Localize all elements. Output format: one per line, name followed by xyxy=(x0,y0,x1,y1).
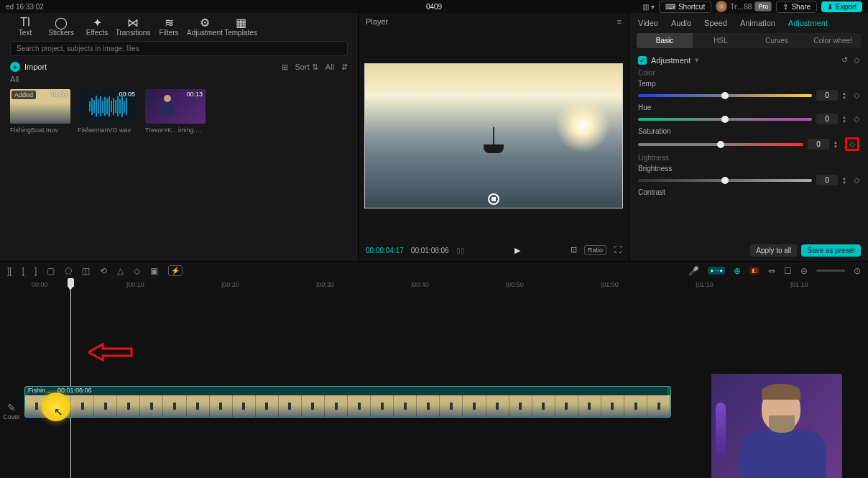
timeline-ruler[interactable]: 00:00 |00:10 |00:20 |00:30 |00:40 |00:50… xyxy=(24,280,868,293)
trim-right-icon[interactable]: ] xyxy=(34,266,37,276)
hue-keyframe-icon[interactable]: ◇ xyxy=(854,114,859,124)
current-timecode: 00:00:04:17 xyxy=(366,247,404,254)
subtab-curves[interactable]: Curves xyxy=(749,33,805,48)
adjustment-toggle[interactable]: ✓ xyxy=(638,56,647,65)
lightness-section-label: Lightness xyxy=(629,152,868,163)
clip-item[interactable]: Added 01:09 FishingBoat.mov xyxy=(10,89,70,134)
reset-all-icon[interactable]: ↺ xyxy=(841,55,848,65)
playhead[interactable] xyxy=(70,280,71,478)
subtab-hsl[interactable]: HSL xyxy=(693,33,749,48)
saturation-value[interactable]: 0 xyxy=(808,139,829,150)
zoom-slider[interactable] xyxy=(816,270,845,272)
pill-2[interactable]: ◧ xyxy=(749,267,760,275)
brightness-value[interactable]: 0 xyxy=(816,175,838,185)
tab-templates[interactable]: ▦Templates xyxy=(223,16,259,37)
tab-video[interactable]: Video xyxy=(638,19,658,27)
keyframe-all-icon[interactable]: ◇ xyxy=(854,55,859,65)
clip-item[interactable]: 00:05 FishermanVO.wav xyxy=(78,89,138,134)
filter-all-button[interactable]: All xyxy=(326,63,334,71)
mirror-icon[interactable]: △ xyxy=(117,266,124,276)
shortcut-button[interactable]: ⌨ Shortcut xyxy=(659,1,711,13)
saturation-slider[interactable] xyxy=(638,143,803,146)
titlebar: ed 16:33:02 0409 ▥ ▾ ⌨ Shortcut Tr…88 Pr… xyxy=(0,0,868,13)
player-panel: Player ≡ 00:00:04:17 00:01:08:06 ▯▯ ▶ ⊡ … xyxy=(358,13,629,261)
project-title: 0409 xyxy=(426,3,442,11)
saturation-keyframe-icon[interactable]: ◇ xyxy=(845,137,859,151)
hue-value[interactable]: 0 xyxy=(816,114,838,124)
tool-tabs: TIText ◯Stickers ✦Effects ⋈Transitions ≋… xyxy=(0,13,358,37)
trim-left-icon[interactable]: [ xyxy=(22,266,24,276)
player-title: Player xyxy=(366,17,388,26)
export-button[interactable]: ⬇ Export xyxy=(821,1,862,12)
split-icon[interactable]: ][ xyxy=(7,266,12,276)
mic-icon[interactable]: 🎤 xyxy=(688,266,699,276)
tab-filters[interactable]: ≋Filters xyxy=(151,16,187,37)
cc-icon[interactable]: ☐ xyxy=(784,266,792,276)
temp-stepper[interactable]: ▲▼ xyxy=(842,91,849,100)
user-chip[interactable]: Tr…88 Pro xyxy=(716,1,772,12)
tab-transitions[interactable]: ⋈Transitions xyxy=(115,16,151,37)
player-menu-icon[interactable]: ≡ xyxy=(617,17,622,26)
play-button[interactable]: ▶ xyxy=(514,246,520,255)
view-grid-icon[interactable]: ⊞ xyxy=(282,63,288,72)
freeze-icon[interactable]: ▣ xyxy=(150,266,158,276)
marker-icon[interactable]: ⬠ xyxy=(65,266,72,276)
webcam-pip[interactable] xyxy=(711,374,842,478)
brightness-slider[interactable] xyxy=(638,179,812,182)
magnet-icon[interactable]: ⊕ xyxy=(734,266,741,276)
timeline-clip[interactable]: Fishin… 00:01:08:06 xyxy=(24,386,671,418)
temp-keyframe-icon[interactable]: ◇ xyxy=(854,91,859,100)
filter-icon[interactable]: ⇵ xyxy=(341,63,348,72)
tab-text[interactable]: TIText xyxy=(7,16,43,37)
safe-zone-icon[interactable]: ⊡ xyxy=(571,245,577,255)
brightness-stepper[interactable]: ▲▼ xyxy=(842,176,849,185)
playhead-handle[interactable] xyxy=(68,278,74,287)
adjustment-icon: ⚙ xyxy=(187,16,223,29)
waveform-icon xyxy=(89,94,127,119)
mode-icon[interactable]: ▯▯ xyxy=(456,247,465,254)
tab-adjustment[interactable]: ⚙Adjustment xyxy=(187,16,223,37)
hue-slider[interactable] xyxy=(638,118,812,121)
tab-audio[interactable]: Audio xyxy=(671,19,691,27)
text-icon: TI xyxy=(7,16,43,29)
clip-item[interactable]: 00:13 Trevor×K…iming.mov xyxy=(145,89,206,134)
cover-button[interactable]: ✎ Cover xyxy=(3,402,20,420)
sort-button[interactable]: Sort ⇅ xyxy=(295,63,318,72)
tab-effects[interactable]: ✦Effects xyxy=(79,16,115,37)
auto-icon[interactable]: ⚡ xyxy=(168,265,183,276)
category-all[interactable]: All xyxy=(0,73,358,85)
rotate-icon[interactable]: ◇ xyxy=(134,266,140,276)
import-button[interactable]: + Import xyxy=(10,62,47,72)
fit-icon[interactable]: ⊙ xyxy=(854,266,861,276)
subtab-basic[interactable]: Basic xyxy=(637,33,693,48)
tab-stickers[interactable]: ◯Stickers xyxy=(43,16,79,37)
reverse-icon[interactable]: ⟲ xyxy=(100,266,107,276)
temp-value[interactable]: 0 xyxy=(816,90,838,101)
brightness-keyframe-icon[interactable]: ◇ xyxy=(854,175,859,185)
fullscreen-icon[interactable]: ⛶ xyxy=(614,245,622,255)
annotation-arrow-icon xyxy=(88,343,133,362)
save-preset-button[interactable]: Save as preset xyxy=(801,244,861,257)
ratio-button[interactable]: Ratio xyxy=(584,245,606,255)
media-clips: Added 01:09 FishingBoat.mov 00:05 Fisher… xyxy=(0,85,358,138)
subtab-colorwheel[interactable]: Color wheel xyxy=(805,33,861,48)
zoom-out-icon[interactable]: ⊖ xyxy=(800,266,808,276)
tab-adjustment-inspector[interactable]: Adjustment xyxy=(788,19,828,27)
tab-speed[interactable]: Speed xyxy=(704,19,727,27)
delete-icon[interactable]: ▢ xyxy=(47,266,55,276)
tab-animation[interactable]: Animation xyxy=(740,19,775,27)
layout-icon[interactable]: ▥ ▾ xyxy=(642,3,655,11)
saturation-stepper[interactable]: ▲▼ xyxy=(834,140,841,149)
apply-to-all-button[interactable]: Apply to all xyxy=(750,244,797,257)
timeline[interactable]: 00:00 |00:10 |00:20 |00:30 |00:40 |00:50… xyxy=(0,280,868,478)
share-button[interactable]: ⇪ Share xyxy=(776,1,817,13)
timeline-toolbar: ][ [ ] ▢ ⬠ ◫ ⟲ △ ◇ ▣ ⚡ 🎤 ●→● ⊕ ◧ ⇔ ☐ ⊖ ⊙ xyxy=(0,261,868,280)
color-section-label: Color xyxy=(629,68,868,78)
pill-1[interactable]: ●→● xyxy=(708,267,725,275)
crop-icon[interactable]: ◫ xyxy=(82,266,90,276)
video-preview[interactable] xyxy=(364,63,623,208)
link-icon[interactable]: ⇔ xyxy=(768,266,775,276)
search-input[interactable] xyxy=(10,41,348,56)
hue-stepper[interactable]: ▲▼ xyxy=(842,115,849,124)
temp-slider[interactable] xyxy=(638,94,812,97)
